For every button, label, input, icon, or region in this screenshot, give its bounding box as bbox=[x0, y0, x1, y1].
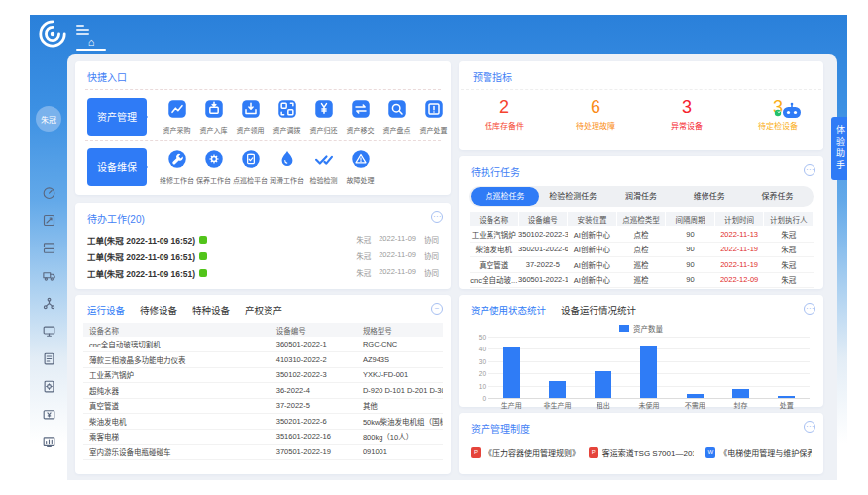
policy-doc-link[interactable]: P客运索道TSG S7001—2013.pdf bbox=[589, 447, 695, 458]
quick-entry-item[interactable]: 资产处置 bbox=[415, 99, 452, 135]
quick-entry-item[interactable]: 资产调拨 bbox=[269, 99, 305, 135]
pdf-file-icon: P bbox=[589, 447, 598, 458]
monitor-icon[interactable] bbox=[42, 324, 56, 339]
quick-entry-item[interactable]: 资产归还 bbox=[305, 99, 342, 135]
task-tab[interactable]: 保养任务 bbox=[743, 187, 812, 206]
more-options-icon[interactable]: ⋯ bbox=[431, 211, 443, 223]
task-tab[interactable]: 维修任务 bbox=[675, 187, 743, 206]
dashboard-icon[interactable] bbox=[42, 185, 56, 200]
quick-entry-item[interactable]: 故障处理 bbox=[342, 149, 379, 185]
list-icon[interactable] bbox=[42, 241, 56, 255]
quick-entry-item-label: 点巡检平台 bbox=[233, 175, 268, 185]
chart-tab[interactable]: 设备运行情况统计 bbox=[561, 303, 636, 317]
quick-entry-item[interactable]: 资产入库 bbox=[195, 99, 232, 135]
equipment-tab[interactable]: 特种设备 bbox=[192, 303, 230, 317]
task-row[interactable]: 真空管道37-2022-5AI创新中心巡检902022-11-19朱冠 bbox=[470, 257, 814, 273]
bar-封存[interactable] bbox=[732, 389, 749, 398]
todo-item[interactable]: 工单(朱冠 2022-11-09 16:51)朱冠2022-11-09协同 bbox=[75, 264, 451, 281]
user-avatar[interactable]: 朱冠 bbox=[36, 106, 61, 132]
equipment-tab[interactable]: 运行设备 bbox=[87, 303, 125, 317]
task-tab[interactable]: 点巡检任务 bbox=[471, 187, 539, 206]
vehicle-icon[interactable] bbox=[42, 268, 56, 283]
bar-非生产用[interactable] bbox=[549, 381, 566, 398]
equipment-row[interactable]: 工业蒸汽锅炉350102-2022-3YXKJ-FD-001 bbox=[83, 367, 443, 383]
bar-生产用[interactable] bbox=[503, 346, 520, 398]
alert-stat[interactable]: 3异常设备 bbox=[641, 97, 732, 131]
task-cell: 2022-11-19 bbox=[714, 242, 764, 257]
finance-icon[interactable] bbox=[42, 407, 56, 422]
todo-item-title-wrap: 工单(朱冠 2022-11-09 16:51) bbox=[87, 250, 207, 262]
task-cell: 朱冠 bbox=[764, 242, 814, 257]
experience-assistant-button[interactable]: 体验助手 bbox=[831, 117, 847, 180]
equipment-row[interactable]: 室内游乐设备电瓶碰碰车370501-2022-19091001 bbox=[83, 445, 443, 460]
task-header-cell: 点巡检类型 bbox=[616, 212, 666, 227]
task-cell: 360501-2022-1 bbox=[518, 272, 568, 288]
bar-处置[interactable] bbox=[778, 396, 795, 398]
alert-stat[interactable]: 6待处理故障 bbox=[550, 97, 641, 131]
quick-entry-group-button[interactable]: 设备维保 bbox=[87, 148, 147, 186]
quick-entry-item[interactable]: 资产领用 bbox=[232, 99, 269, 135]
task-tab[interactable]: 润滑任务 bbox=[607, 187, 676, 206]
policy-doc-link[interactable]: P《压力容器使用管理规则》(ISU ... bbox=[471, 447, 577, 458]
alert-stat[interactable]: 2低库存备件 bbox=[459, 97, 550, 131]
quick-entry-item-label: 资产调拨 bbox=[273, 125, 301, 135]
more-options-icon[interactable]: ⋯ bbox=[804, 303, 815, 315]
more-options-icon[interactable]: ⋯ bbox=[804, 164, 815, 176]
equipment-header-cell: 规格型号 bbox=[357, 323, 443, 337]
edit-icon[interactable] bbox=[42, 213, 56, 228]
alerts-title: 预警指标 bbox=[461, 61, 821, 90]
quick-entry-item-label: 维修工作台 bbox=[160, 175, 194, 185]
policy-doc-link[interactable]: W《电梯使用管理与维护保养规则... bbox=[705, 447, 812, 458]
assistant-robot-icon[interactable] bbox=[774, 102, 802, 122]
quick-entry-item[interactable]: 润滑工作台 bbox=[269, 149, 305, 185]
bar-不需用[interactable] bbox=[687, 394, 704, 398]
task-tab[interactable]: 检验检测任务 bbox=[539, 187, 607, 206]
todo-item-meta: 朱冠2022-11-09协同 bbox=[356, 234, 439, 245]
todo-owner: 朱冠 bbox=[356, 267, 371, 278]
equipment-row[interactable]: 乘客电梯351601-2022-16800kg（10人） bbox=[83, 429, 443, 445]
x-axis-label: 非生产用 bbox=[534, 400, 580, 410]
equipment-tab[interactable]: 待修设备 bbox=[140, 303, 177, 317]
doc-gear-icon[interactable] bbox=[42, 379, 56, 394]
worksheet-icon[interactable] bbox=[42, 351, 56, 366]
quick-entry-item[interactable]: 资产移交 bbox=[342, 99, 379, 135]
todo-item-title-wrap: 工单(朱冠 2022-11-09 16:51) bbox=[87, 267, 207, 279]
equipment-cell: 350201-2022-6 bbox=[271, 414, 357, 430]
equipment-row[interactable]: 超纯水器36-2022-4D-920 D-101 D-201 D-301 bbox=[83, 383, 443, 399]
quick-entry-item-label: 资产归还 bbox=[310, 125, 338, 135]
equipment-row[interactable]: cnc全自动玻璃切割机360501-2022-1RGC-CNC bbox=[83, 337, 443, 352]
app-window: ⌂ 朱冠 快捷入口 资产管理资产采购资产入库资产领用资产调拨资产归还资产移交资产… bbox=[30, 15, 847, 480]
quick-entry-item[interactable]: 资产采购 bbox=[159, 99, 195, 135]
equipment-row[interactable]: 真空管道37-2022-5其他 bbox=[83, 398, 443, 414]
inspect-icon bbox=[241, 149, 261, 173]
task-cell: AI创新中心 bbox=[568, 257, 617, 273]
equipment-row[interactable]: 柴油发电机350201-2022-650kw柴油发电机组（国标） bbox=[83, 414, 443, 430]
bar-租出[interactable] bbox=[595, 371, 611, 398]
bar-未使用[interactable] bbox=[640, 346, 657, 398]
todo-item[interactable]: 工单(朱冠 2022-11-09 16:51)朱冠2022-11-09协同 bbox=[75, 248, 451, 264]
todo-item[interactable]: 工单(朱冠 2022-11-09 16:52)朱冠2022-11-09协同 bbox=[75, 231, 451, 248]
task-row[interactable]: cnc全自动玻...360501-2022-1AI创新中心巡检902022-12… bbox=[470, 272, 814, 288]
fault-icon bbox=[351, 149, 371, 173]
quick-entry-group-button[interactable]: 资产管理 bbox=[87, 98, 147, 136]
chart-tab[interactable]: 资产使用状态统计 bbox=[471, 303, 546, 317]
quick-entry-item[interactable]: 资产盘点 bbox=[379, 99, 415, 135]
task-header-row: 设备名称设备编号安装位置点巡检类型间隔周期计划时间计划执行人 bbox=[470, 212, 814, 227]
quick-entry-item[interactable]: 保养工作台 bbox=[195, 149, 232, 185]
report-icon[interactable] bbox=[42, 435, 56, 449]
equipment-row[interactable]: 薄款三相液晶多功能电力仪表410310-2022-2AZ943S bbox=[83, 352, 443, 368]
collapse-card-icon[interactable]: − bbox=[431, 303, 443, 315]
org-icon[interactable] bbox=[42, 296, 56, 311]
task-cell: 90 bbox=[666, 257, 715, 273]
task-row[interactable]: 柴油发电机350201-2022-6AI创新中心点检902022-11-19朱冠 bbox=[470, 242, 814, 257]
task-cell: 350102-2022-3 bbox=[518, 227, 568, 243]
quick-entry-item[interactable]: 检验检测 bbox=[305, 149, 342, 185]
equipment-tab[interactable]: 产权资产 bbox=[245, 303, 282, 317]
quick-entry-item[interactable]: 点巡检平台 bbox=[232, 149, 269, 185]
task-row[interactable]: 工业蒸汽锅炉350102-2022-3AI创新中心点检902022-11-13朱… bbox=[470, 227, 814, 243]
home-tab[interactable]: ⌂ bbox=[75, 36, 107, 51]
legend-label: 资产数量 bbox=[633, 323, 663, 334]
quick-entry-item-label: 保养工作台 bbox=[196, 175, 231, 185]
quick-entry-item[interactable]: 维修工作台 bbox=[159, 149, 195, 185]
more-options-icon[interactable]: ⋯ bbox=[804, 421, 815, 433]
